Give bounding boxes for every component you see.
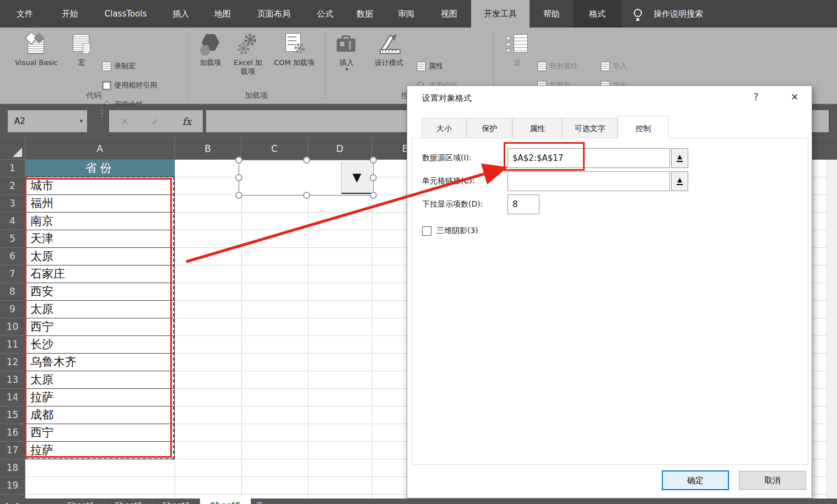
data-cell[interactable]: 成都 <box>26 407 174 424</box>
menu-view[interactable]: 视图 <box>435 0 463 28</box>
selection-handle[interactable] <box>370 174 377 181</box>
data-cell[interactable]: 太原 <box>26 248 174 265</box>
data-cell[interactable]: 天津 <box>26 230 174 248</box>
insert-dropdown-caret[interactable]: ▼ <box>345 68 348 71</box>
menu-classtools[interactable]: ClassTools <box>97 0 154 28</box>
data-cell[interactable]: 西安 <box>26 283 174 301</box>
row-header[interactable]: 5 <box>0 230 25 248</box>
row-header[interactable]: 19 <box>0 477 25 495</box>
sheet-tab-sheet3[interactable]: Sheet3 <box>153 498 200 504</box>
controls-insert-button[interactable]: 插入 ▼ <box>331 30 363 100</box>
insert-function-icon[interactable]: fx <box>182 116 192 127</box>
row-header[interactable]: 17 <box>0 442 25 459</box>
menu-map[interactable]: 地图 <box>209 0 236 28</box>
cell-link-input[interactable] <box>507 171 670 191</box>
row-header[interactable]: 15 <box>0 407 25 424</box>
sheet-scroll-right-icon[interactable]: ▸ <box>12 498 24 504</box>
menu-developer-active[interactable]: 开发工具 <box>471 0 530 28</box>
3d-shading-checkbox[interactable] <box>422 226 431 236</box>
row-header[interactable]: 8 <box>0 283 25 301</box>
row-header[interactable]: 14 <box>0 389 25 407</box>
menu-insert[interactable]: 插入 <box>167 0 195 28</box>
row-header[interactable]: 11 <box>0 336 25 354</box>
tab-properties[interactable]: 属性 <box>512 118 562 138</box>
selection-handle[interactable] <box>235 156 242 164</box>
menu-review[interactable]: 审阅 <box>392 0 420 28</box>
data-cell[interactable]: 拉萨 <box>26 442 174 459</box>
tab-alt-text[interactable]: 可选文字 <box>562 118 618 138</box>
tab-control-active[interactable]: 控制 <box>618 116 669 138</box>
row-header[interactable]: 12 <box>0 354 25 371</box>
data-cell[interactable]: 长沙 <box>26 336 174 354</box>
data-cell[interactable]: 西宁 <box>26 318 174 336</box>
selection-handle[interactable] <box>370 156 377 164</box>
row-header[interactable]: 13 <box>0 371 25 389</box>
cell-a1-header[interactable]: 省份 <box>25 160 175 177</box>
tab-protection[interactable]: 保护 <box>467 118 512 138</box>
data-source-range-picker-button[interactable]: ▲ <box>671 148 688 168</box>
row-header[interactable]: 9 <box>0 301 25 318</box>
data-cell[interactable]: 石家庄 <box>26 265 174 283</box>
cancel-button[interactable]: 取消 <box>739 471 806 490</box>
record-macro-button[interactable]: 录制宏 <box>102 59 136 73</box>
menu-home[interactable]: 开始 <box>56 0 84 28</box>
selection-handle[interactable] <box>303 156 310 164</box>
dropdown-lines-input[interactable]: 8 <box>507 194 539 214</box>
data-cell[interactable]: 太原 <box>26 301 174 318</box>
data-cell[interactable]: 太原 <box>26 371 174 389</box>
row-header[interactable]: 18 <box>0 459 25 477</box>
combobox-control[interactable]: ▼ <box>239 160 374 196</box>
column-header-d[interactable]: D <box>308 138 372 160</box>
name-box[interactable]: A2 ▾ <box>8 110 87 132</box>
properties-button[interactable]: 属性 <box>417 59 443 73</box>
column-header-a[interactable]: A <box>25 138 175 160</box>
sheet-scroll-left-icon[interactable]: ◂ <box>0 498 12 504</box>
menu-formulas[interactable]: 公式 <box>311 0 339 28</box>
vertical-scrollbar[interactable] <box>827 160 837 498</box>
column-header-c[interactable]: C <box>241 138 308 160</box>
dialog-close-button[interactable]: ✕ <box>787 91 802 102</box>
menu-data[interactable]: 数据 <box>351 0 379 28</box>
enter-entry-icon[interactable]: ✓ <box>152 116 160 127</box>
sheet-tab-sheet5-active[interactable]: Sheet5 <box>200 498 251 504</box>
cancel-entry-icon[interactable]: ✕ <box>120 116 128 127</box>
menu-file[interactable]: 文件 <box>11 0 39 28</box>
data-cell[interactable]: 城市 <box>26 177 174 195</box>
visual-basic-button[interactable]: Visual Basic <box>7 30 66 100</box>
import-button[interactable]: 导入 <box>601 59 627 73</box>
row-header[interactable]: 7 <box>0 265 25 283</box>
sheet-tab-sheet2[interactable]: Sheet2 <box>105 498 152 504</box>
row-header[interactable]: 16 <box>0 424 25 442</box>
data-source-input[interactable]: $A$2:$A$17 <box>507 148 670 168</box>
selection-handle[interactable] <box>370 192 377 199</box>
row-header[interactable]: 1 <box>0 160 25 177</box>
dialog-help-button[interactable]: ? <box>749 91 763 102</box>
row-header[interactable]: 6 <box>0 248 25 265</box>
map-properties-button[interactable]: 映射属性 <box>537 59 578 73</box>
combobox-dropdown-button[interactable]: ▼ <box>341 161 372 194</box>
selection-handle[interactable] <box>303 192 310 199</box>
row-header[interactable]: 4 <box>0 213 25 230</box>
selection-handle[interactable] <box>235 174 242 181</box>
data-cell[interactable]: 拉萨 <box>26 389 174 407</box>
menu-help[interactable]: 帮助 <box>537 0 566 28</box>
row-header[interactable]: 2 <box>0 177 25 195</box>
data-cell[interactable]: 乌鲁木齐 <box>26 354 174 371</box>
column-header-b[interactable]: B <box>175 138 241 160</box>
name-box-caret-icon[interactable]: ▾ <box>79 110 83 132</box>
addins-button[interactable]: 加载项 <box>193 30 228 100</box>
data-cell[interactable]: 西宁 <box>26 424 174 442</box>
tell-me-search[interactable]: 操作说明搜索 <box>654 0 731 28</box>
sheet-tab-sheet1[interactable]: Sheet1 <box>57 498 105 504</box>
menu-format-contextual[interactable]: 格式 <box>573 0 622 28</box>
data-cell[interactable]: 福州 <box>26 195 174 213</box>
tab-size[interactable]: 大小 <box>422 118 467 138</box>
data-cell[interactable]: 南京 <box>26 213 174 230</box>
row-header[interactable]: 10 <box>0 318 25 336</box>
new-sheet-icon[interactable]: ⊕ <box>251 498 268 504</box>
selection-handle[interactable] <box>235 192 242 199</box>
menu-page-layout[interactable]: 页面布局 <box>251 0 297 28</box>
ok-button[interactable]: 确定 <box>662 470 729 490</box>
select-all-corner[interactable] <box>0 138 25 160</box>
cell-link-range-picker-button[interactable]: ▲ <box>671 171 688 191</box>
